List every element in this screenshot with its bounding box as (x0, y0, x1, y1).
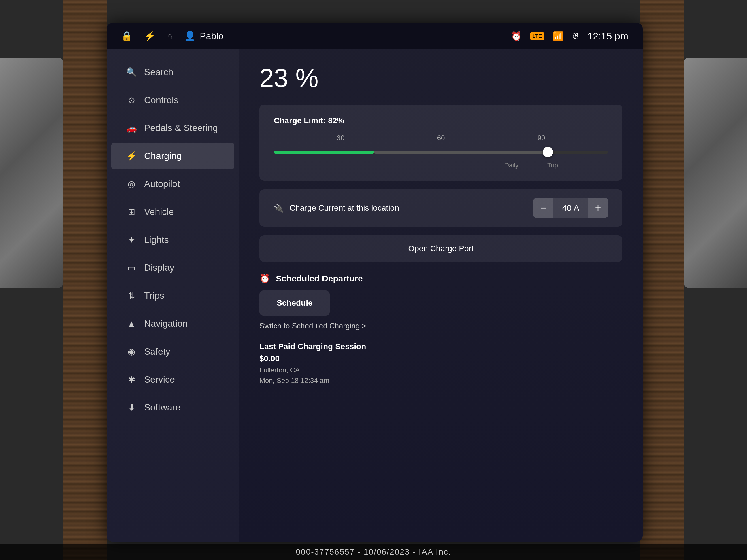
slider-mark-90: 90 (538, 134, 545, 142)
controls-icon: ⊙ (126, 95, 137, 105)
increase-button[interactable]: + (588, 198, 608, 218)
pedals-icon: 🚗 (126, 123, 137, 133)
lock-icon: 🔒 (121, 30, 133, 42)
wood-trim-left (63, 0, 107, 560)
sidebar-item-label: Display (144, 262, 174, 273)
sidebar-item-label: Search (144, 67, 173, 78)
charge-limit-card: Charge Limit: 82% 30 60 90 (259, 105, 622, 181)
sidebar-item-label: Service (144, 374, 175, 385)
slider-fill-gray (374, 151, 548, 154)
sidebar-item-search[interactable]: 🔍 Search (111, 59, 234, 85)
sidebar-item-navigation[interactable]: ▲ Navigation (111, 310, 234, 337)
vent-left (0, 58, 63, 288)
schedule-button[interactable]: Schedule (259, 290, 330, 316)
sidebar-item-label: Vehicle (144, 207, 174, 217)
charge-current-row: 🔌 Charge Current at this location − 40 A… (259, 189, 622, 227)
location-text: Fullerton, CA (259, 366, 300, 374)
charge-limit-label: Charge Limit: 82% (274, 116, 608, 125)
sidebar-item-trips[interactable]: ⇅ Trips (111, 282, 234, 309)
clock-icon: ⏰ (259, 273, 270, 284)
main-content: 🔍 Search ⊙ Controls 🚗 Pedals & Steering … (107, 49, 643, 541)
sidebar-item-label: Lights (144, 235, 169, 245)
status-right-icons: ⏰ LTE 📶 𝔅 12:15 pm (511, 30, 628, 42)
charge-current-text: Charge Current at this location (290, 203, 399, 213)
slider-fill-green (274, 151, 374, 154)
scheduled-departure-label: Scheduled Departure (276, 274, 363, 284)
person-icon: 👤 (184, 30, 196, 42)
sidebar-item-label: Controls (144, 95, 178, 105)
sidebar-item-lights[interactable]: ✦ Lights (111, 226, 234, 253)
switch-charging-link[interactable]: Switch to Scheduled Charging > (259, 321, 622, 330)
sidebar-item-label: Safety (144, 346, 170, 357)
navigation-icon: ▲ (126, 319, 137, 329)
user-display: 👤 Pablo (184, 30, 223, 42)
slider-mark-30: 30 (337, 134, 345, 142)
sidebar-item-display[interactable]: ▭ Display (111, 255, 234, 281)
scheduled-departure-section: ⏰ Scheduled Departure Schedule Switch to… (259, 273, 622, 330)
sidebar-item-service[interactable]: ✱ Service (111, 366, 234, 393)
sidebar-item-charging[interactable]: ⚡ Charging (111, 142, 234, 169)
slider-range-labels: Daily Trip (274, 162, 608, 169)
main-screen: 🔒 ⚡ ⌂ 👤 Pablo ⏰ LTE 📶 𝔅 12:15 pm 🔍 Searc… (107, 23, 643, 541)
username-label: Pablo (200, 31, 223, 42)
sidebar-item-label: Navigation (144, 318, 188, 329)
charge-current-control: − 40 A + (533, 198, 608, 218)
sidebar-item-label: Pedals & Steering (144, 123, 218, 133)
charge-slider[interactable] (274, 145, 608, 159)
charge-current-value: 40 A (553, 203, 588, 213)
status-left-icons: 🔒 ⚡ ⌂ 👤 Pablo (121, 30, 223, 42)
slider-thumb[interactable] (543, 147, 553, 157)
slider-track (274, 151, 608, 154)
charging-icon: ⚡ (126, 151, 137, 161)
vehicle-icon: ⊞ (126, 207, 137, 217)
safety-icon: ◉ (126, 347, 137, 357)
last-session-amount: $0.00 (259, 354, 622, 363)
daily-label: Daily (504, 162, 518, 169)
last-session-location: Fullerton, CA Mon, Sep 18 12:34 am (259, 365, 622, 386)
sidebar-item-software[interactable]: ⬇ Software (111, 394, 234, 421)
session-date: Mon, Sep 18 12:34 am (259, 376, 329, 384)
vent-right (684, 58, 747, 288)
service-icon: ✱ (126, 374, 137, 384)
bolt-icon: ⚡ (144, 30, 156, 42)
alarm-icon: ⏰ (511, 31, 522, 41)
bluetooth-icon: 𝔅 (572, 31, 579, 41)
sidebar-item-controls[interactable]: ⊙ Controls (111, 87, 234, 113)
slider-mark-60: 60 (437, 134, 445, 142)
watermark-text: 000-37756557 - 10/06/2023 - IAA Inc. (296, 547, 451, 556)
signal-icon: 📶 (553, 31, 563, 41)
last-charging-session: Last Paid Charging Session $0.00 Fullert… (259, 342, 622, 386)
sidebar-item-label: Charging (144, 151, 182, 161)
home-icon: ⌂ (167, 31, 173, 42)
trip-label: Trip (547, 162, 558, 169)
trips-icon: ⇅ (126, 291, 137, 301)
content-panel: 23 % Charge Limit: 82% 30 60 90 (239, 49, 643, 541)
watermark-bar: 000-37756557 - 10/06/2023 - IAA Inc. (0, 544, 747, 560)
software-icon: ⬇ (126, 402, 137, 412)
search-icon: 🔍 (126, 67, 137, 77)
scheduled-departure-title: ⏰ Scheduled Departure (259, 273, 622, 284)
lte-badge: LTE (530, 32, 544, 40)
lights-icon: ✦ (126, 235, 137, 245)
autopilot-icon: ◎ (126, 179, 137, 189)
clock-display: 12:15 pm (587, 30, 628, 42)
display-icon: ▭ (126, 263, 137, 273)
decrease-button[interactable]: − (533, 198, 553, 218)
charge-current-label: 🔌 Charge Current at this location (274, 203, 399, 213)
sidebar-item-vehicle[interactable]: ⊞ Vehicle (111, 198, 234, 225)
sidebar: 🔍 Search ⊙ Controls 🚗 Pedals & Steering … (107, 49, 239, 541)
plug-icon: 🔌 (274, 203, 284, 213)
status-bar: 🔒 ⚡ ⌂ 👤 Pablo ⏰ LTE 📶 𝔅 12:15 pm (107, 23, 643, 49)
sidebar-item-label: Autopilot (144, 179, 180, 189)
wood-trim-right (640, 0, 684, 560)
sidebar-item-safety[interactable]: ◉ Safety (111, 338, 234, 365)
sidebar-item-pedals[interactable]: 🚗 Pedals & Steering (111, 115, 234, 141)
open-charge-port-button[interactable]: Open Charge Port (259, 235, 622, 262)
sidebar-item-label: Software (144, 402, 180, 413)
sidebar-item-autopilot[interactable]: ◎ Autopilot (111, 170, 234, 197)
last-session-title: Last Paid Charging Session (259, 342, 622, 351)
sidebar-item-label: Trips (144, 290, 164, 301)
battery-percentage: 23 % (259, 63, 622, 93)
